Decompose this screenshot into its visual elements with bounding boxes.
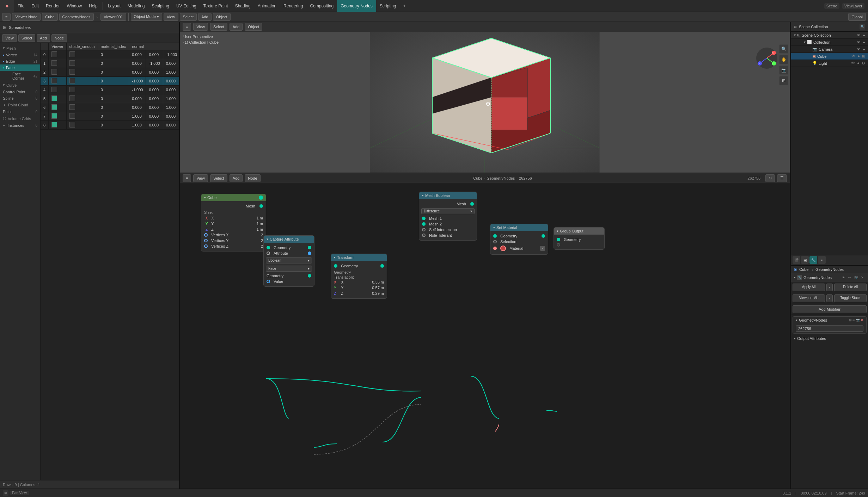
col-header-id[interactable] bbox=[41, 43, 49, 50]
capture-geo-out-socket2[interactable] bbox=[308, 274, 311, 278]
transform-ty-value[interactable]: 0.57 m bbox=[372, 286, 384, 290]
prop-scene-icon-btn[interactable]: 🎬 bbox=[793, 256, 800, 264]
capture-attribute-in-socket[interactable] bbox=[267, 251, 270, 255]
mb-mode-dropdown[interactable]: Difference ▾ bbox=[419, 207, 477, 216]
viewport-add-btn[interactable]: Add bbox=[230, 23, 243, 31]
sidebar-face[interactable]: ● Face bbox=[0, 64, 40, 71]
spreadsheet-view-btn[interactable]: View bbox=[2, 34, 17, 42]
col-header-normal[interactable]: normal bbox=[129, 43, 179, 50]
ne-value-label[interactable]: 262756 bbox=[519, 176, 532, 180]
viewport-view-btn[interactable]: View bbox=[193, 23, 208, 31]
sm-geo-out-socket[interactable] bbox=[542, 234, 545, 238]
cube-viewport-icon[interactable]: ⊞ bbox=[862, 54, 865, 58]
cube-vz-value[interactable]: 2 bbox=[261, 244, 263, 248]
mb-si-socket[interactable] bbox=[422, 228, 426, 231]
sm-geo-in-socket[interactable] bbox=[493, 234, 497, 238]
sc-eye-icon[interactable]: 👁 bbox=[857, 33, 861, 37]
menu-scripting[interactable]: Scripting bbox=[376, 0, 400, 12]
cube-btn[interactable]: Cube bbox=[42, 13, 57, 21]
light-settings-icon[interactable]: ⚙ bbox=[862, 61, 865, 66]
blender-logo[interactable]: ● bbox=[0, 0, 14, 12]
cube-x-value[interactable]: 1 m bbox=[257, 216, 263, 220]
pan-view-label[interactable]: Pan View bbox=[10, 491, 29, 495]
camera-eye-icon[interactable]: 👁 bbox=[857, 47, 861, 51]
scene-name[interactable]: Scene bbox=[824, 3, 839, 9]
camera-render-icon[interactable]: ● bbox=[863, 47, 865, 51]
outliner-light[interactable]: 💡 Light 👁 ● ⚙ bbox=[791, 60, 868, 67]
prop-object-icon-btn[interactable]: ▣ bbox=[801, 256, 809, 264]
menu-add-tab[interactable]: + bbox=[400, 0, 409, 12]
menu-uv-editing[interactable]: UV Editing bbox=[173, 0, 200, 12]
apply-all-btn[interactable]: Apply All bbox=[793, 284, 825, 291]
cube-z-value[interactable]: 1 m bbox=[257, 227, 263, 231]
capture-geometry-in-socket[interactable] bbox=[267, 246, 270, 249]
navigation-gizmo[interactable]: X Y Z bbox=[754, 46, 779, 70]
menu-file[interactable]: File bbox=[14, 0, 28, 12]
spreadsheet-add-btn[interactable]: Add bbox=[37, 34, 50, 42]
modifier-render-btn[interactable]: 📷 bbox=[853, 275, 859, 280]
cube-vy-value[interactable]: 2 bbox=[261, 238, 263, 243]
gn-camera-btn[interactable]: 📷 bbox=[856, 318, 860, 322]
prop-material-icon-btn[interactable]: ⚬ bbox=[818, 256, 826, 264]
grid-btn[interactable]: ⊞ bbox=[779, 76, 788, 85]
menu-shading[interactable]: Shading bbox=[232, 0, 254, 12]
global-btn[interactable]: Global bbox=[848, 13, 866, 21]
ne-view-btn[interactable]: View bbox=[193, 174, 208, 182]
gn-edit2-btn[interactable]: ✏ bbox=[852, 318, 855, 322]
go-geometry-socket[interactable] bbox=[557, 238, 560, 241]
sidebar-control-point[interactable]: Control Point 0 bbox=[0, 89, 40, 95]
viewer-node-btn[interactable]: Viewer Node bbox=[12, 13, 41, 21]
delete-all-btn[interactable]: Delete All bbox=[834, 284, 867, 291]
camera-view-btn[interactable]: 📷 bbox=[779, 66, 788, 75]
menu-window[interactable]: Window bbox=[63, 0, 85, 12]
viewport-select-btn[interactable]: Select bbox=[210, 23, 227, 31]
ne-add-btn[interactable]: Add bbox=[230, 174, 243, 182]
ne-geometry-nodes-label[interactable]: GeometryNodes bbox=[487, 176, 515, 180]
editor-type-btn[interactable]: ≡ bbox=[2, 13, 11, 21]
light-render-icon[interactable]: ● bbox=[857, 61, 860, 66]
light-eye-icon[interactable]: 👁 bbox=[851, 61, 855, 66]
cube-mesh-socket[interactable] bbox=[259, 204, 263, 208]
sidebar-spline[interactable]: Spline 0 bbox=[0, 95, 40, 101]
add-menu-btn[interactable]: Add bbox=[198, 13, 212, 21]
spreadsheet-node-btn[interactable]: Node bbox=[51, 34, 67, 42]
ne-editor-type-btn[interactable]: ≡ bbox=[183, 174, 191, 182]
bottom-scene-icon[interactable]: ⊞ bbox=[3, 490, 8, 496]
zoom-in-btn[interactable]: 🔍 bbox=[779, 44, 788, 54]
menu-compositing[interactable]: Compositing bbox=[306, 0, 337, 12]
capture-type-dropdown[interactable]: Boolean ▾ bbox=[264, 256, 314, 265]
menu-help[interactable]: Help bbox=[85, 0, 101, 12]
col-header-viewer[interactable]: Viewer bbox=[49, 43, 66, 50]
cube-render-icon[interactable]: ● bbox=[857, 54, 860, 58]
gn-show-btn[interactable]: ⊞ bbox=[849, 318, 852, 322]
right-filter-btn[interactable]: 🔍 bbox=[860, 24, 865, 30]
output-attributes-row[interactable]: ▸ Output Attributes bbox=[791, 335, 868, 342]
col-header-material-index[interactable]: material_index bbox=[98, 43, 129, 50]
outliner-cube[interactable]: ▣ Cube 👁 ● ⊞ bbox=[791, 53, 868, 60]
mb-mesh2-socket[interactable] bbox=[422, 222, 426, 226]
col-header-shade-smooth[interactable]: shade_smooth bbox=[66, 43, 98, 50]
viewport-3d[interactable]: ≡ View Select Add Object User Perspectiv… bbox=[180, 22, 790, 173]
menu-texture-paint[interactable]: Texture Paint bbox=[200, 0, 232, 12]
spreadsheet-select-btn[interactable]: Select bbox=[18, 34, 36, 42]
cube-output-socket[interactable] bbox=[259, 195, 263, 200]
ne-zoom-btn[interactable]: ⊕ bbox=[765, 174, 775, 182]
modifier-eye-btn[interactable]: 👁 bbox=[841, 275, 846, 280]
viewer-001-btn[interactable]: Viewer.001 bbox=[100, 13, 126, 21]
gn-delete-btn[interactable]: ✕ bbox=[861, 318, 863, 322]
menu-edit[interactable]: Edit bbox=[28, 0, 42, 12]
layer-name[interactable]: ViewLayer bbox=[842, 3, 864, 9]
mb-mesh-out-socket[interactable] bbox=[470, 202, 474, 206]
sm-material-clear-btn[interactable]: ✕ bbox=[540, 246, 545, 251]
mb-mesh1-socket[interactable] bbox=[422, 217, 426, 220]
cube-y-value[interactable]: 1 m bbox=[257, 222, 263, 226]
ne-select-btn[interactable]: Select bbox=[210, 174, 227, 182]
modifier-delete-btn[interactable]: ✕ bbox=[860, 275, 865, 280]
add-modifier-btn[interactable]: Add Modifier bbox=[793, 305, 867, 313]
transform-tx-value[interactable]: 0.36 m bbox=[372, 280, 384, 284]
node-editor-canvas[interactable]: ▾ Cube Mesh Size: X X 1 m bbox=[180, 183, 790, 489]
sm-selection-socket[interactable] bbox=[493, 240, 497, 243]
viewport-object-btn[interactable]: Object bbox=[245, 23, 262, 31]
mb-ht-socket[interactable] bbox=[422, 234, 426, 237]
hand-btn[interactable]: ✋ bbox=[779, 55, 788, 64]
